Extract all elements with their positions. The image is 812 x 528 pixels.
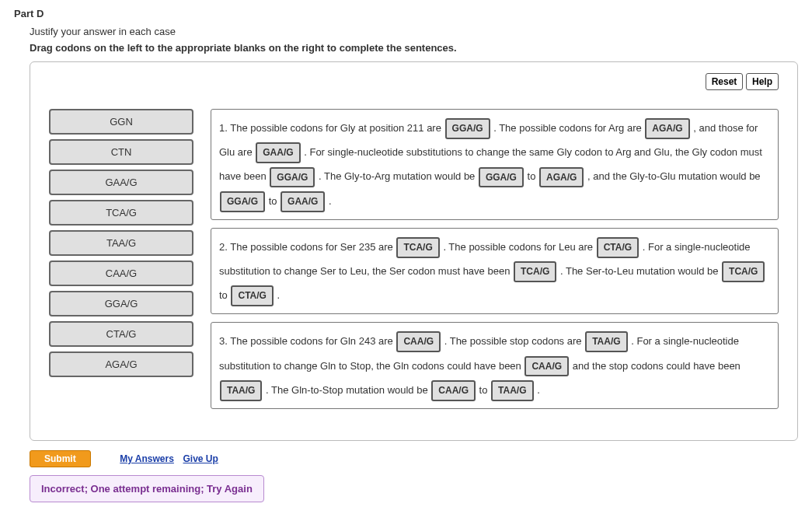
drop-slot[interactable]: TAA/G	[491, 380, 533, 401]
drop-slot[interactable]: GGA/G	[445, 118, 490, 139]
drop-slot[interactable]: CAA/G	[524, 356, 569, 377]
text: . The Gln-to-Stop mutation would be	[266, 384, 430, 396]
feedback-banner: Incorrect; One attempt remaining; Try Ag…	[30, 475, 264, 502]
give-up-link[interactable]: Give Up	[183, 453, 218, 464]
text: to	[269, 195, 280, 207]
text: . The Gly-to-Arg mutation would be	[319, 170, 478, 182]
drop-slot[interactable]: TAA/G	[585, 331, 627, 352]
text: , and the Gly-to-Glu mutation would be	[587, 170, 761, 182]
codon-chip[interactable]: GGA/G	[49, 291, 193, 316]
drop-slot[interactable]: GGA/G	[270, 167, 315, 188]
sentence-3: 3. The possible codons for Gln 243 are C…	[211, 322, 779, 409]
drop-slot[interactable]: CAA/G	[396, 331, 441, 352]
drop-slot[interactable]: AGA/G	[645, 118, 689, 139]
text: . The Ser-to-Leu mutation would be	[560, 265, 721, 277]
submit-button[interactable]: Submit	[30, 450, 91, 467]
subtitle: Justify your answer in each case	[30, 26, 798, 37]
codon-chip[interactable]: TCA/G	[49, 200, 193, 226]
text: to	[528, 170, 538, 182]
sentence-2: 2. The possible codons for Ser 235 are T…	[211, 228, 779, 315]
text: and the stop codons could have been	[573, 360, 741, 372]
drop-slot[interactable]: GGA/G	[220, 191, 265, 212]
drop-slot[interactable]: CTA/G	[231, 285, 273, 306]
drop-slot[interactable]: TCA/G	[396, 237, 439, 258]
drop-slot[interactable]: CAA/G	[431, 380, 476, 401]
drop-slot[interactable]: GAA/G	[256, 142, 300, 163]
codon-chip[interactable]: GGN	[49, 109, 193, 135]
drop-slot[interactable]: CTA/G	[597, 237, 639, 258]
text: to	[219, 289, 230, 301]
text: . The possible stop codons are	[444, 335, 584, 347]
codon-chip[interactable]: CTN	[49, 139, 193, 165]
text: .	[537, 384, 540, 396]
sentence-area: 1. The possible codons for Gly at positi…	[211, 109, 779, 417]
drop-slot[interactable]: AGA/G	[539, 167, 584, 188]
text: 1. The possible codons for Gly at positi…	[219, 122, 444, 134]
reset-button[interactable]: Reset	[706, 73, 744, 90]
text: . The possible codons for Leu are	[443, 241, 595, 253]
codon-chip[interactable]: GAA/G	[49, 170, 193, 195]
codon-chip[interactable]: TAA/G	[49, 230, 193, 256]
drop-slot[interactable]: TCA/G	[514, 261, 556, 282]
text: 3. The possible codons for Gln 243 are	[219, 335, 396, 347]
instruction-text: Drag codons on the left to the appropria…	[30, 42, 798, 54]
text: 2. The possible codons for Ser 235 are	[219, 241, 396, 253]
my-answers-link[interactable]: My Answers	[120, 453, 174, 464]
drop-slot[interactable]: TAA/G	[220, 380, 262, 401]
part-label: Part D	[14, 8, 798, 19]
drop-slot[interactable]: TCA/G	[722, 261, 765, 282]
text: .	[329, 195, 332, 207]
drop-slot[interactable]: GGA/G	[479, 167, 524, 188]
drop-slot[interactable]: GAA/G	[281, 191, 325, 212]
text: to	[479, 384, 490, 396]
exercise-frame: Reset Help GGN CTN GAA/G TCA/G TAA/G CAA…	[30, 61, 798, 441]
help-button[interactable]: Help	[746, 73, 779, 90]
codon-source-list: GGN CTN GAA/G TCA/G TAA/G CAA/G GGA/G CT…	[49, 109, 193, 382]
sentence-1: 1. The possible codons for Gly at positi…	[211, 109, 779, 220]
text: . The possible codons for Arg are	[493, 122, 644, 134]
codon-chip[interactable]: AGA/G	[49, 351, 193, 377]
codon-chip[interactable]: CAA/G	[49, 261, 193, 286]
codon-chip[interactable]: CTA/G	[49, 321, 193, 347]
text: .	[277, 289, 281, 301]
